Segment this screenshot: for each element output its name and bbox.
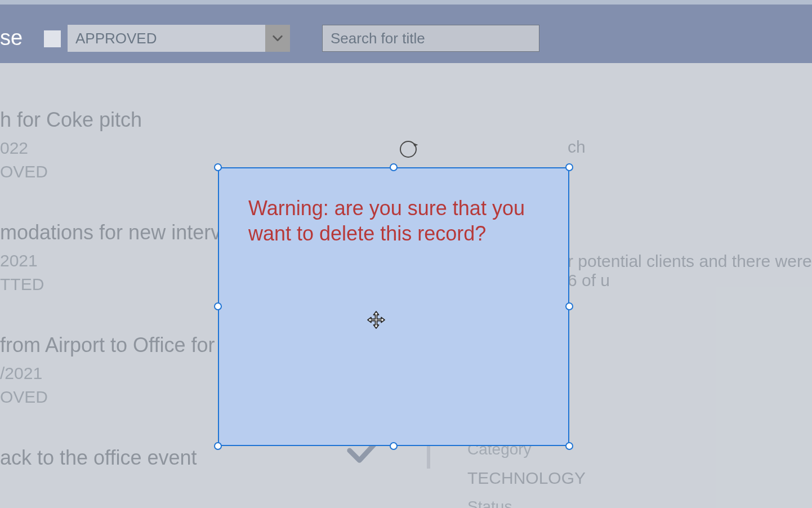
search-placeholder: Search for title bbox=[331, 30, 425, 47]
resize-handle-nw[interactable] bbox=[214, 163, 222, 171]
detail-fields: Category TECHNOLOGY Status APPROVED bbox=[467, 440, 586, 508]
detail-text-fragment: ch bbox=[568, 137, 586, 157]
resize-handle-ne[interactable] bbox=[565, 163, 573, 171]
dropdown-selected-label: APPROVED bbox=[68, 30, 265, 47]
item-title: ack to the office event bbox=[0, 446, 812, 470]
resize-handle-n[interactable] bbox=[390, 163, 398, 171]
item-title: h for Coke pitch bbox=[0, 108, 812, 132]
rotate-handle-icon[interactable] bbox=[400, 141, 417, 158]
status-label: Status bbox=[467, 498, 586, 508]
search-input[interactable]: Search for title bbox=[322, 25, 539, 52]
warning-modal-box[interactable]: Warning: are you sure that you want to d… bbox=[218, 167, 569, 446]
resize-handle-s[interactable] bbox=[390, 442, 398, 450]
list-item[interactable]: ack to the office event bbox=[0, 446, 812, 508]
warning-text: Warning: are you sure that you want to d… bbox=[248, 195, 539, 246]
filter-checkbox[interactable] bbox=[44, 30, 61, 47]
header-bar: se APPROVED Search for title bbox=[0, 0, 812, 63]
category-value: TECHNOLOGY bbox=[467, 469, 586, 488]
chevron-down-icon bbox=[265, 25, 290, 52]
page-title-fragment: se bbox=[0, 26, 23, 50]
resize-handle-sw[interactable] bbox=[214, 442, 222, 450]
detail-text-fragment: r potential clients and there were 6 of … bbox=[568, 252, 812, 290]
move-cursor-icon bbox=[366, 310, 386, 330]
content-area: h for Coke pitch 022 OVED modations for … bbox=[0, 63, 812, 508]
status-filter-dropdown[interactable]: APPROVED bbox=[68, 25, 290, 52]
resize-handle-w[interactable] bbox=[214, 302, 222, 310]
resize-handle-se[interactable] bbox=[565, 442, 573, 450]
resize-handle-e[interactable] bbox=[565, 302, 573, 310]
